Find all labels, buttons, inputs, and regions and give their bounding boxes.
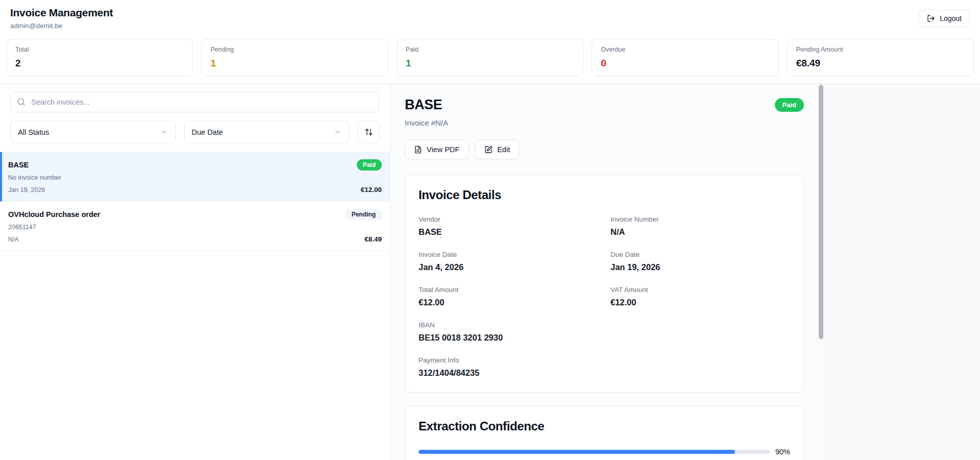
detail-field: Total Amount €12.00 [419, 286, 598, 307]
invoice-vendor: OVHcloud Purchase order [8, 210, 101, 219]
invoice-list-panel: All Status Due Date [0, 84, 390, 460]
confidence-percent-label: 90% [775, 448, 790, 456]
sort-field-value: Due Date [192, 128, 223, 136]
invoice-details-grid: Vendor BASE Invoice Number N/A Invoice D… [419, 215, 790, 378]
invoice-details-title: Invoice Details [419, 188, 790, 202]
file-text-icon [414, 146, 422, 154]
edit-pencil-icon [484, 146, 493, 154]
stat-card: Paid 1 [397, 39, 583, 76]
view-pdf-label: View PDF [427, 146, 459, 154]
arrow-up-down-icon [364, 128, 373, 136]
extraction-confidence-title: Extraction Confidence [419, 419, 790, 433]
status-badge: Paid [357, 159, 382, 171]
detail-field: Invoice Number N/A [610, 215, 790, 237]
vertical-scrollbar[interactable] [818, 84, 824, 460]
edit-label: Edit [497, 146, 510, 154]
detail-actions: View PDF Edit [405, 140, 804, 159]
page-title: Invoice Management [10, 7, 113, 19]
chevron-down-icon [160, 128, 168, 136]
invoice-amount: €12.00 [361, 186, 382, 193]
search-icon [17, 98, 26, 106]
invoice-number: 20651147 [8, 224, 382, 231]
stat-value: 1 [406, 58, 574, 69]
user-email: admin@demit.be [10, 22, 113, 30]
invoice-management-app: Invoice Management admin@demit.be Logout… [0, 0, 980, 460]
invoice-list-item[interactable]: BASE Paid No invoice number Jan 19, 2026… [0, 152, 390, 202]
invoice-list: BASE Paid No invoice number Jan 19, 2026… [0, 152, 390, 251]
detail-field-label: VAT Amount [610, 286, 790, 294]
detail-field-value: €12.00 [419, 298, 598, 307]
invoice-vendor: BASE [8, 161, 29, 169]
detail-field-value: Jan 19, 2026 [610, 262, 790, 272]
app-header: Invoice Management admin@demit.be Logout [0, 0, 980, 34]
detail-field-label: Due Date [610, 251, 790, 258]
stats-row: Total 2 Pending 1 Paid 1 Overdue 0 Pendi… [0, 34, 980, 83]
right-background-area [824, 84, 980, 460]
detail-status-badge: Paid [775, 98, 804, 112]
detail-field-value: Jan 4, 2026 [419, 262, 598, 272]
logout-button[interactable]: Logout [919, 10, 970, 27]
detail-field: Payment Info 312/1404/84235 [419, 356, 790, 378]
stat-label: Total [15, 46, 184, 53]
detail-field: VAT Amount €12.00 [610, 286, 790, 307]
detail-field-value: €12.00 [610, 298, 790, 307]
status-filter-value: All Status [18, 128, 49, 136]
invoice-item-top: OVHcloud Purchase order Pending [8, 209, 382, 220]
status-filter-select[interactable]: All Status [10, 121, 176, 143]
scrollbar-thumb[interactable] [819, 85, 823, 339]
detail-field-label: Invoice Number [610, 215, 790, 223]
header-titles: Invoice Management admin@demit.be [10, 7, 113, 30]
stat-card: Total 2 [6, 39, 193, 76]
invoice-amount: €8.49 [364, 235, 382, 243]
detail-field-label: Total Amount [419, 286, 598, 294]
sort-field-select[interactable]: Due Date [184, 121, 350, 143]
edit-button[interactable]: Edit [475, 140, 519, 159]
invoice-details-card: Invoice Details Vendor BASE Invoice Numb… [405, 175, 804, 393]
detail-invoice-ref: Invoice #N/A [405, 118, 448, 127]
stat-card: Pending 1 [201, 39, 388, 76]
stat-value: €8.49 [796, 58, 965, 69]
extraction-confidence-card: Extraction Confidence 90% [405, 406, 804, 460]
search-input[interactable] [10, 91, 380, 112]
status-badge: Pending [346, 209, 382, 220]
detail-vendor-title: BASE [405, 97, 448, 113]
invoice-list-item[interactable]: OVHcloud Purchase order Pending 20651147… [0, 202, 390, 251]
sort-direction-button[interactable] [358, 121, 380, 143]
stat-label: Overdue [601, 46, 769, 53]
detail-header: BASE Invoice #N/A Paid [405, 97, 804, 127]
invoice-date: Jan 19, 2026 [8, 186, 45, 193]
detail-field: Invoice Date Jan 4, 2026 [419, 251, 598, 272]
invoice-item-bottom: N/A €8.49 [8, 235, 382, 243]
invoice-date: N/A [8, 236, 19, 243]
search-box [10, 91, 380, 112]
detail-field-label: IBAN [419, 321, 790, 329]
stat-card: Pending Amount €8.49 [787, 39, 974, 76]
detail-field: IBAN BE15 0018 3201 2930 [419, 321, 790, 343]
confidence-progress-track [419, 450, 770, 454]
confidence-progress-fill [419, 450, 735, 454]
stat-value: 1 [210, 58, 379, 69]
detail-field: Vendor BASE [419, 215, 598, 237]
detail-field-label: Payment Info [419, 356, 790, 364]
detail-titles: BASE Invoice #N/A [405, 97, 448, 127]
detail-field-value: BE15 0018 3201 2930 [419, 333, 790, 343]
detail-field: Due Date Jan 19, 2026 [610, 251, 790, 272]
stat-label: Pending Amount [796, 46, 965, 53]
invoice-item-top: BASE Paid [8, 159, 382, 171]
invoice-number: No invoice number [8, 174, 382, 181]
main-content: All Status Due Date [0, 83, 980, 460]
invoice-item-bottom: Jan 19, 2026 €12.00 [8, 186, 382, 193]
stat-label: Paid [406, 46, 574, 53]
invoice-detail-panel: BASE Invoice #N/A Paid View PDF Edit [390, 84, 818, 460]
view-pdf-button[interactable]: View PDF [405, 140, 469, 159]
filter-row: All Status Due Date [10, 121, 380, 143]
detail-field-label: Invoice Date [419, 251, 598, 258]
stat-card: Overdue 0 [592, 39, 778, 76]
logout-label: Logout [940, 14, 962, 22]
chevron-down-icon [334, 128, 341, 136]
confidence-progress-row: 90% [419, 448, 790, 456]
stat-label: Pending [210, 46, 379, 53]
detail-field-value: N/A [610, 227, 790, 237]
detail-field-value: BASE [419, 227, 598, 237]
logout-icon [927, 14, 935, 22]
